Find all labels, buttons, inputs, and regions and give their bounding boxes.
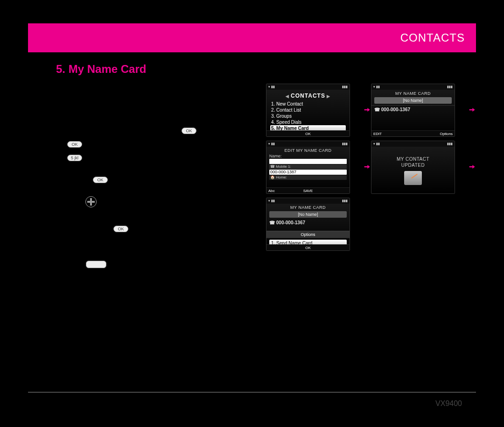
steps-list: 1. Swivel the LCD, then press OK [MENU],… [56, 124, 252, 271]
updated-message: MY CONTACT UPDATED [371, 156, 455, 168]
topic-title: 5. My Name Card [56, 63, 252, 76]
five-key-icon: 5 jkl [67, 155, 82, 161]
page-number: 59 [466, 398, 476, 408]
contact-number: ☎ 000-000-1367 [266, 219, 350, 226]
arrow-right-icon [363, 162, 371, 173]
dpad-icon [85, 196, 97, 207]
options-label: [Options] [109, 259, 151, 270]
mobile-field: 000-000-1387 [269, 170, 347, 175]
step-4: 4. Send your name card using the Right S… [56, 244, 252, 271]
contact-number: ☎ 000-000-1367 [371, 105, 455, 114]
softkey-bar: EDIT Options [371, 130, 455, 136]
topic-number: 5. [56, 63, 65, 75]
menu-list: 1. New Contact 2. Contact List 3. Groups… [266, 101, 350, 131]
step-3: 3. Use to highlight the information you … [56, 195, 252, 236]
ok-key-icon: OK [93, 177, 108, 183]
section-header-title: CONTACTS [400, 31, 465, 44]
ok-key-icon: OK [113, 226, 128, 232]
screenshot-contacts-menu: ▾ ▮▮▮▮▮ ◀ CONTACTS ▶ 1. New Contact 2. C… [266, 84, 350, 137]
menu-item: 3. Groups [270, 113, 346, 119]
name-field [269, 159, 347, 164]
status-bar: ▾ ▮▮▮▮▮ [371, 84, 455, 90]
arrow-right-icon [363, 105, 371, 116]
edit-icon [404, 171, 422, 185]
menu-item: 4. Speed Dials [270, 119, 346, 125]
screen-title: MY NAME CARD [371, 91, 455, 96]
manual-page: CONTACTS 5. My Name Card Allows you to v… [0, 0, 504, 427]
step-1: 1. Swivel the LCD, then press OK [MENU],… [56, 124, 252, 165]
status-bar: ▾ ▮▮▮▮▮ [266, 141, 350, 147]
contact-name: [No Name] [269, 211, 347, 218]
screenshot-options-menu: ▾ ▮▮▮▮▮ MY NAME CARD [No Name] ☎ 000-000… [266, 198, 350, 251]
left-column: 5. My Name Card Allows you to view all o… [56, 63, 252, 280]
name-label: Name: [266, 154, 350, 158]
softkey-bar: Abc SAVE [266, 187, 350, 193]
ok-key-icon: OK [67, 141, 82, 148]
status-bar: ▾ ▮▮▮▮▮ [266, 84, 350, 90]
home-label: 🏠 Home: [269, 175, 347, 180]
arrow-right-icon [468, 162, 476, 173]
example-label: Let's take an example: [266, 68, 476, 79]
page-body: 5. My Name Card Allows you to view all o… [28, 52, 476, 280]
menu-item: 1. New Contact [270, 101, 346, 107]
model-number: VX9400 [435, 399, 462, 407]
screen-title: ◀ CONTACTS ▶ [266, 93, 350, 99]
edit-label: [EDIT] [111, 175, 138, 185]
right-softkey-icon [86, 261, 106, 268]
section-header: CONTACTS [28, 23, 476, 52]
menu-item: 2. Contact List [270, 107, 346, 113]
screenshot-edit-name-card: ▾ ▮▮▮▮▮ EDIT MY NAME CARD Name: ☎ Mobile… [266, 141, 350, 194]
menu-label: [MENU] [199, 126, 233, 136]
screenshots-grid: ▾ ▮▮▮▮▮ ◀ CONTACTS ▶ 1. New Contact 2. C… [266, 84, 476, 251]
right-column: Let's take an example: ▾ ▮▮▮▮▮ ◀ CONTACT… [266, 63, 476, 280]
options-header: Options [266, 231, 350, 238]
ok-key-icon: OK [182, 128, 196, 134]
softkey-bar: OK [266, 244, 350, 250]
screenshot-name-card-view: ▾ ▮▮▮▮▮ MY NAME CARD [No Name] ☎ 000-000… [371, 84, 455, 137]
screenshot-contact-updated: ▾ ▮▮▮▮▮ MY CONTACT UPDATED [371, 141, 455, 194]
topic-name: My Name Card [69, 63, 147, 75]
topic-intro: Allows you to view all of your personal … [56, 80, 252, 117]
screen-title: EDIT MY NAME CARD [266, 148, 350, 153]
step-2: 2. Press OK [EDIT]. [56, 173, 252, 187]
screen-title: MY NAME CARD [266, 205, 350, 210]
status-bar: ▾ ▮▮▮▮▮ [266, 198, 350, 204]
softkey-bar: OK [266, 130, 350, 136]
status-bar: ▾ ▮▮▮▮▮ [371, 141, 455, 147]
page-footer: VX9400 59 [28, 392, 476, 408]
arrow-right-icon [468, 105, 476, 116]
contact-name: [No Name] [374, 97, 452, 104]
mobile-label: ☎ Mobile 1: [269, 164, 347, 169]
